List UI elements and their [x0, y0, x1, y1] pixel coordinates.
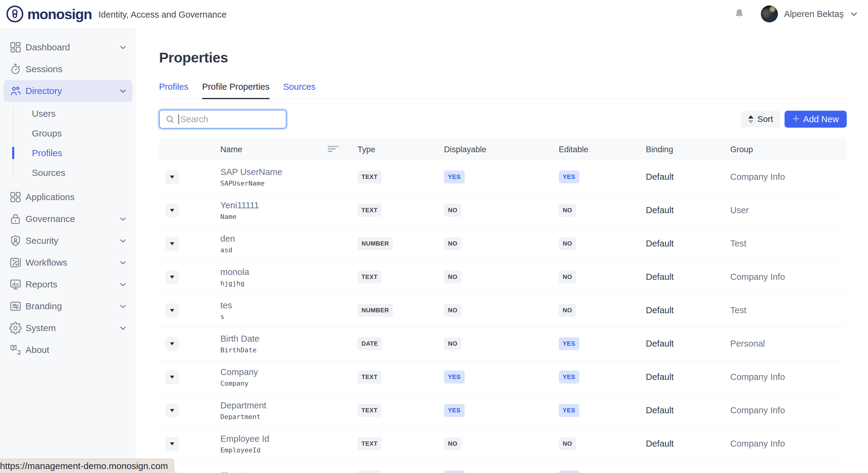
sidebar-item-sources[interactable]: Sources [0, 163, 136, 182]
property-key: BirthDate [220, 346, 256, 354]
caret-down-icon [170, 309, 174, 312]
type-badge: TEXT [358, 404, 381, 417]
column-header-name: Name [220, 145, 242, 154]
caret-down-icon [170, 276, 174, 279]
chevron-down-icon [118, 43, 127, 52]
caret-down-icon [170, 342, 174, 345]
group-value: Test [730, 305, 746, 315]
property-name: Yeni11111 [220, 200, 259, 210]
property-name: Department [220, 401, 267, 410]
group-value: Company Info [730, 405, 785, 415]
gear-icon [9, 322, 22, 334]
property-key: Name [220, 213, 237, 221]
table-row[interactable]: SAP UserName SAPUserName TEXT YES YES De… [159, 160, 847, 194]
user-menu-chevron-icon[interactable] [849, 9, 859, 19]
sort-button-label: Sort [757, 114, 773, 124]
user-name: Alperen Bektaş [784, 9, 844, 19]
sidebar-item-users[interactable]: Users [0, 104, 136, 124]
chevron-down-icon [118, 236, 127, 245]
displayable-badge: NO [444, 204, 461, 217]
brand-logo[interactable]: monosign [0, 5, 92, 23]
tab-profile-properties[interactable]: Profile Properties [202, 82, 270, 99]
row-expand-button[interactable] [165, 237, 179, 251]
sidebar-item-groups[interactable]: Groups [0, 124, 136, 143]
type-badge: DATE [358, 337, 382, 350]
editable-badge: NO [559, 270, 576, 283]
notification-bell-icon[interactable] [733, 8, 746, 20]
sidebar-item-applications[interactable]: Applications [4, 186, 132, 208]
table-row[interactable]: Employee Id EmployeeId TEXT NO NO Defaul… [159, 427, 847, 461]
column-sort-icon[interactable] [328, 146, 339, 153]
property-name: SAP UserName [220, 167, 282, 177]
editable-badge: YES [559, 337, 579, 350]
column-header-binding: Binding [646, 145, 673, 154]
property-name: Company [220, 367, 258, 377]
sidebar-item-reports[interactable]: Reports [4, 273, 132, 295]
sidebar-item-workflows[interactable]: Workflows [4, 252, 132, 273]
sort-arrows-icon [748, 115, 753, 124]
row-expand-button[interactable] [165, 337, 179, 351]
caret-down-icon [170, 175, 174, 178]
row-expand-button[interactable] [165, 270, 179, 284]
group-value: Company Info [730, 372, 785, 382]
sidebar-item-governance[interactable]: Governance [4, 208, 132, 230]
properties-table: Name Type Displayable Editable Binding G… [159, 138, 847, 473]
sidebar-item-directory[interactable]: Directory [4, 80, 132, 102]
tab-profiles[interactable]: Profiles [159, 82, 188, 99]
sidebar-item-about[interactable]: About [4, 339, 132, 361]
search-input[interactable] [180, 114, 280, 125]
shield-icon [9, 234, 22, 247]
table-row[interactable]: tes s NUMBER NO NO Default Test [159, 294, 847, 327]
sidebar-item-profiles[interactable]: Profiles [0, 143, 136, 163]
help-icon [9, 343, 22, 356]
group-value: Company Info [730, 172, 785, 182]
add-new-button[interactable]: + Add New [784, 111, 847, 128]
group-value: User [730, 205, 749, 215]
row-expand-button[interactable] [165, 437, 179, 451]
sidebar-item-dashboard[interactable]: Dashboard [4, 36, 132, 58]
row-expand-button[interactable] [165, 304, 179, 317]
table-row[interactable]: den asd NUMBER NO NO Default Test [159, 227, 847, 261]
tab-sources[interactable]: Sources [283, 82, 315, 99]
sidebar-item-system[interactable]: System [4, 317, 132, 339]
displayable-badge: YES [444, 471, 465, 473]
main-content: Properties Profiles Profile Properties S… [136, 28, 868, 473]
table-row[interactable]: First Name TEXT YES YES Default Personal [159, 461, 847, 473]
displayable-badge: YES [444, 170, 465, 183]
row-expand-button[interactable] [165, 404, 179, 417]
editable-badge: NO [559, 237, 576, 250]
editable-badge: NO [559, 204, 576, 217]
displayable-badge: NO [444, 337, 461, 350]
table-body: SAP UserName SAPUserName TEXT YES YES De… [159, 160, 847, 473]
row-expand-button[interactable] [165, 370, 179, 384]
page-title: Properties [159, 49, 847, 66]
status-url-tooltip: https://management-demo.monosign.com [0, 459, 174, 473]
sidebar-item-sessions[interactable]: Sessions [4, 58, 132, 80]
table-row[interactable]: Birth Date BirthDate DATE NO YES Default… [159, 327, 847, 361]
sidebar-item-security[interactable]: Security [4, 230, 132, 252]
caret-down-icon [170, 242, 174, 245]
chevron-down-icon [118, 258, 127, 267]
row-expand-button[interactable] [165, 203, 179, 217]
caret-down-icon [170, 376, 174, 379]
table-row[interactable]: monola hjgjhg TEXT NO NO Default Company… [159, 261, 847, 294]
avatar[interactable] [761, 5, 778, 23]
topbar: monosign Identity, Access and Governance… [0, 0, 868, 28]
group-value: Company Info [730, 439, 785, 449]
status-url-text: https://management-demo.monosign.com [0, 461, 168, 471]
column-header-editable: Editable [559, 145, 588, 154]
row-expand-button[interactable] [165, 170, 179, 184]
type-badge: NUMBER [358, 237, 393, 250]
table-row[interactable]: Company Company TEXT YES YES Default Com… [159, 361, 847, 394]
monosign-logo-icon [6, 5, 24, 23]
group-value: Test [730, 239, 746, 249]
type-badge: NUMBER [358, 304, 393, 317]
property-key: Company [220, 380, 249, 387]
sliders-icon [9, 300, 22, 313]
property-key: asd [220, 246, 232, 254]
sidebar-item-branding[interactable]: Branding [4, 295, 132, 317]
column-header-group: Group [730, 145, 753, 154]
table-row[interactable]: Yeni11111 Name TEXT NO NO Default User [159, 194, 847, 227]
table-row[interactable]: Department Department TEXT YES YES Defau… [159, 394, 847, 427]
sort-button[interactable]: Sort [741, 111, 780, 128]
